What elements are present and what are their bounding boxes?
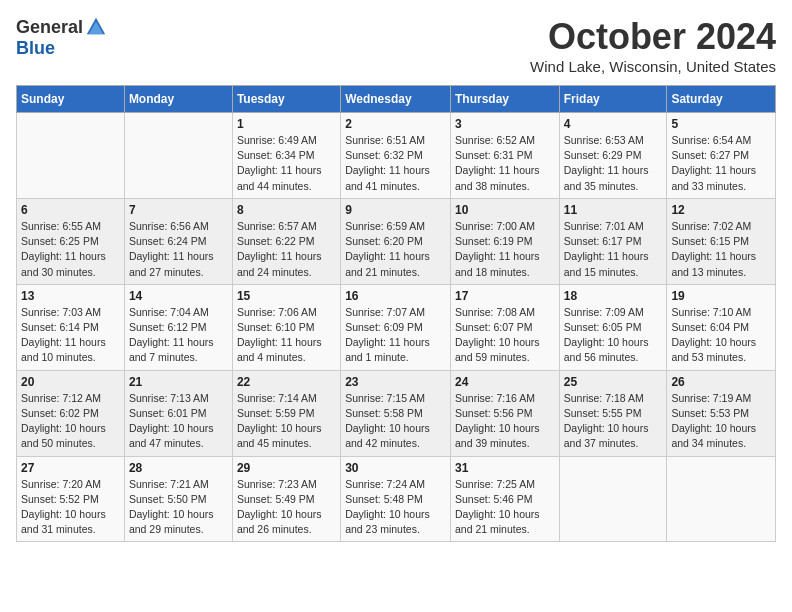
- calendar-cell: 21Sunrise: 7:13 AMSunset: 6:01 PMDayligh…: [124, 370, 232, 456]
- day-detail: Sunrise: 7:08 AMSunset: 6:07 PMDaylight:…: [455, 305, 555, 366]
- calendar-cell: 20Sunrise: 7:12 AMSunset: 6:02 PMDayligh…: [17, 370, 125, 456]
- day-detail: Sunrise: 7:00 AMSunset: 6:19 PMDaylight:…: [455, 219, 555, 280]
- calendar-cell: 8Sunrise: 6:57 AMSunset: 6:22 PMDaylight…: [232, 198, 340, 284]
- day-detail: Sunrise: 7:19 AMSunset: 5:53 PMDaylight:…: [671, 391, 771, 452]
- day-number: 20: [21, 375, 120, 389]
- calendar-cell: 6Sunrise: 6:55 AMSunset: 6:25 PMDaylight…: [17, 198, 125, 284]
- calendar-cell: 30Sunrise: 7:24 AMSunset: 5:48 PMDayligh…: [341, 456, 451, 542]
- calendar-cell: 3Sunrise: 6:52 AMSunset: 6:31 PMDaylight…: [450, 113, 559, 199]
- calendar-cell: 10Sunrise: 7:00 AMSunset: 6:19 PMDayligh…: [450, 198, 559, 284]
- location-text: Wind Lake, Wisconsin, United States: [530, 58, 776, 75]
- day-number: 7: [129, 203, 228, 217]
- calendar-cell: 23Sunrise: 7:15 AMSunset: 5:58 PMDayligh…: [341, 370, 451, 456]
- day-number: 11: [564, 203, 663, 217]
- calendar-week-row: 13Sunrise: 7:03 AMSunset: 6:14 PMDayligh…: [17, 284, 776, 370]
- day-number: 1: [237, 117, 336, 131]
- day-of-week-header: Friday: [559, 86, 667, 113]
- day-number: 26: [671, 375, 771, 389]
- day-detail: Sunrise: 6:59 AMSunset: 6:20 PMDaylight:…: [345, 219, 446, 280]
- day-detail: Sunrise: 7:13 AMSunset: 6:01 PMDaylight:…: [129, 391, 228, 452]
- calendar-cell: 11Sunrise: 7:01 AMSunset: 6:17 PMDayligh…: [559, 198, 667, 284]
- day-detail: Sunrise: 6:54 AMSunset: 6:27 PMDaylight:…: [671, 133, 771, 194]
- day-number: 17: [455, 289, 555, 303]
- calendar-cell: 27Sunrise: 7:20 AMSunset: 5:52 PMDayligh…: [17, 456, 125, 542]
- calendar-cell: 14Sunrise: 7:04 AMSunset: 6:12 PMDayligh…: [124, 284, 232, 370]
- calendar-cell: [559, 456, 667, 542]
- day-number: 28: [129, 461, 228, 475]
- day-number: 29: [237, 461, 336, 475]
- logo-blue-text: Blue: [16, 38, 55, 59]
- day-of-week-header: Sunday: [17, 86, 125, 113]
- day-detail: Sunrise: 6:56 AMSunset: 6:24 PMDaylight:…: [129, 219, 228, 280]
- day-number: 30: [345, 461, 446, 475]
- calendar-cell: 28Sunrise: 7:21 AMSunset: 5:50 PMDayligh…: [124, 456, 232, 542]
- day-number: 24: [455, 375, 555, 389]
- day-of-week-header: Thursday: [450, 86, 559, 113]
- day-number: 8: [237, 203, 336, 217]
- day-number: 4: [564, 117, 663, 131]
- calendar-cell: 24Sunrise: 7:16 AMSunset: 5:56 PMDayligh…: [450, 370, 559, 456]
- day-detail: Sunrise: 7:21 AMSunset: 5:50 PMDaylight:…: [129, 477, 228, 538]
- calendar-cell: [124, 113, 232, 199]
- day-number: 27: [21, 461, 120, 475]
- calendar-cell: 19Sunrise: 7:10 AMSunset: 6:04 PMDayligh…: [667, 284, 776, 370]
- calendar-cell: 25Sunrise: 7:18 AMSunset: 5:55 PMDayligh…: [559, 370, 667, 456]
- calendar-week-row: 27Sunrise: 7:20 AMSunset: 5:52 PMDayligh…: [17, 456, 776, 542]
- day-of-week-header: Saturday: [667, 86, 776, 113]
- calendar-cell: 4Sunrise: 6:53 AMSunset: 6:29 PMDaylight…: [559, 113, 667, 199]
- month-title: October 2024: [530, 16, 776, 58]
- day-detail: Sunrise: 7:15 AMSunset: 5:58 PMDaylight:…: [345, 391, 446, 452]
- calendar-cell: [17, 113, 125, 199]
- calendar-header-row: SundayMondayTuesdayWednesdayThursdayFrid…: [17, 86, 776, 113]
- calendar-cell: 12Sunrise: 7:02 AMSunset: 6:15 PMDayligh…: [667, 198, 776, 284]
- day-detail: Sunrise: 7:01 AMSunset: 6:17 PMDaylight:…: [564, 219, 663, 280]
- day-number: 25: [564, 375, 663, 389]
- title-block: October 2024 Wind Lake, Wisconsin, Unite…: [530, 16, 776, 75]
- day-detail: Sunrise: 7:24 AMSunset: 5:48 PMDaylight:…: [345, 477, 446, 538]
- day-detail: Sunrise: 7:25 AMSunset: 5:46 PMDaylight:…: [455, 477, 555, 538]
- day-number: 22: [237, 375, 336, 389]
- day-detail: Sunrise: 6:52 AMSunset: 6:31 PMDaylight:…: [455, 133, 555, 194]
- day-detail: Sunrise: 7:03 AMSunset: 6:14 PMDaylight:…: [21, 305, 120, 366]
- day-number: 10: [455, 203, 555, 217]
- day-detail: Sunrise: 6:57 AMSunset: 6:22 PMDaylight:…: [237, 219, 336, 280]
- day-number: 16: [345, 289, 446, 303]
- day-number: 19: [671, 289, 771, 303]
- calendar-week-row: 1Sunrise: 6:49 AMSunset: 6:34 PMDaylight…: [17, 113, 776, 199]
- calendar-cell: 13Sunrise: 7:03 AMSunset: 6:14 PMDayligh…: [17, 284, 125, 370]
- day-number: 6: [21, 203, 120, 217]
- day-number: 3: [455, 117, 555, 131]
- page-header: General Blue October 2024 Wind Lake, Wis…: [16, 16, 776, 75]
- day-of-week-header: Monday: [124, 86, 232, 113]
- day-number: 5: [671, 117, 771, 131]
- day-number: 15: [237, 289, 336, 303]
- calendar-cell: 18Sunrise: 7:09 AMSunset: 6:05 PMDayligh…: [559, 284, 667, 370]
- calendar-cell: 9Sunrise: 6:59 AMSunset: 6:20 PMDaylight…: [341, 198, 451, 284]
- day-detail: Sunrise: 7:02 AMSunset: 6:15 PMDaylight:…: [671, 219, 771, 280]
- calendar-cell: 2Sunrise: 6:51 AMSunset: 6:32 PMDaylight…: [341, 113, 451, 199]
- day-number: 9: [345, 203, 446, 217]
- day-detail: Sunrise: 7:16 AMSunset: 5:56 PMDaylight:…: [455, 391, 555, 452]
- day-detail: Sunrise: 7:04 AMSunset: 6:12 PMDaylight:…: [129, 305, 228, 366]
- day-detail: Sunrise: 6:49 AMSunset: 6:34 PMDaylight:…: [237, 133, 336, 194]
- day-number: 14: [129, 289, 228, 303]
- calendar-cell: 29Sunrise: 7:23 AMSunset: 5:49 PMDayligh…: [232, 456, 340, 542]
- calendar-week-row: 6Sunrise: 6:55 AMSunset: 6:25 PMDaylight…: [17, 198, 776, 284]
- logo-icon: [85, 16, 107, 38]
- day-detail: Sunrise: 7:10 AMSunset: 6:04 PMDaylight:…: [671, 305, 771, 366]
- calendar-week-row: 20Sunrise: 7:12 AMSunset: 6:02 PMDayligh…: [17, 370, 776, 456]
- day-of-week-header: Wednesday: [341, 86, 451, 113]
- day-of-week-header: Tuesday: [232, 86, 340, 113]
- day-detail: Sunrise: 7:18 AMSunset: 5:55 PMDaylight:…: [564, 391, 663, 452]
- calendar-cell: 17Sunrise: 7:08 AMSunset: 6:07 PMDayligh…: [450, 284, 559, 370]
- calendar-cell: 22Sunrise: 7:14 AMSunset: 5:59 PMDayligh…: [232, 370, 340, 456]
- day-number: 21: [129, 375, 228, 389]
- calendar-cell: 16Sunrise: 7:07 AMSunset: 6:09 PMDayligh…: [341, 284, 451, 370]
- calendar-cell: 1Sunrise: 6:49 AMSunset: 6:34 PMDaylight…: [232, 113, 340, 199]
- day-number: 2: [345, 117, 446, 131]
- logo-general-text: General: [16, 17, 83, 38]
- day-number: 13: [21, 289, 120, 303]
- calendar-table: SundayMondayTuesdayWednesdayThursdayFrid…: [16, 85, 776, 542]
- day-number: 31: [455, 461, 555, 475]
- day-detail: Sunrise: 6:53 AMSunset: 6:29 PMDaylight:…: [564, 133, 663, 194]
